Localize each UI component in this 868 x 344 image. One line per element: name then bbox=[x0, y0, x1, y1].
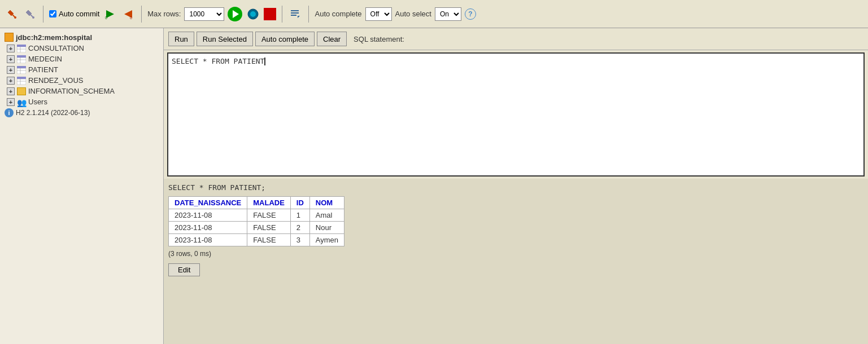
table-cell: FALSE bbox=[247, 222, 291, 234]
table-row: 2023-11-08FALSE1Amal bbox=[169, 209, 344, 222]
db-name: jdbc:h2:mem:hospital bbox=[16, 33, 92, 42]
col-header-date-naissance[interactable]: DATE_NAISSANCE bbox=[169, 197, 247, 209]
db-icon bbox=[5, 33, 14, 42]
results-area: SELECT * FROM PATIENT; DATE_NAISSANCE MA… bbox=[164, 179, 868, 344]
svg-rect-8 bbox=[291, 10, 299, 11]
table-cell: 2023-11-08 bbox=[169, 234, 247, 246]
expand-icon-info-schema[interactable]: + bbox=[7, 87, 15, 95]
svg-point-7 bbox=[250, 11, 256, 17]
sidebar-label-consultation: CONSULTATION bbox=[28, 44, 84, 52]
expand-icon-rendez-vous[interactable]: + bbox=[7, 77, 15, 85]
sep2 bbox=[141, 6, 142, 23]
autocomplete-select[interactable]: Off On bbox=[365, 7, 392, 21]
table-cell: 2023-11-08 bbox=[169, 209, 247, 222]
disconnect-icon[interactable] bbox=[23, 7, 37, 21]
expand-icon-users[interactable]: + bbox=[7, 98, 15, 106]
edit-icon[interactable] bbox=[288, 7, 303, 21]
table-cell: 3 bbox=[290, 234, 309, 246]
sidebar-version: i H2 2.1.214 (2022-06-13) bbox=[2, 107, 161, 118]
expand-icon-medecin[interactable]: + bbox=[7, 55, 15, 63]
sidebar-item-medecin[interactable]: + MEDECIN bbox=[2, 54, 161, 64]
sql-cursor bbox=[264, 58, 265, 65]
autocommit-label: Auto commit bbox=[59, 10, 99, 18]
run-button[interactable] bbox=[228, 7, 242, 21]
sidebar-db-item[interactable]: jdbc:h2:mem:hospital bbox=[2, 32, 161, 43]
table-icon-medecin bbox=[17, 55, 26, 63]
table-cell: 2023-11-08 bbox=[169, 222, 247, 234]
commit-icon[interactable]: 0 bbox=[103, 7, 117, 21]
expand-icon-patient[interactable]: + bbox=[7, 66, 15, 74]
connect-icon[interactable] bbox=[5, 7, 19, 21]
svg-marker-2 bbox=[106, 10, 114, 18]
sidebar-label-medecin: MEDECIN bbox=[28, 55, 62, 63]
right-panel: Run Run Selected Auto complete Clear SQL… bbox=[164, 28, 868, 344]
autocommit-checkbox-group: Auto commit bbox=[49, 10, 99, 18]
sql-text: SELECT * FROM PATIENT bbox=[172, 57, 264, 65]
expand-icon[interactable]: + bbox=[7, 45, 15, 52]
sql-statement-label: SQL statement: bbox=[354, 35, 404, 43]
svg-text:0: 0 bbox=[130, 16, 132, 20]
sidebar-label-information-schema: INFORMATION_SCHEMA bbox=[28, 87, 115, 95]
svg-marker-11 bbox=[298, 16, 300, 18]
sep3 bbox=[282, 6, 282, 23]
run-selected-button[interactable]: Run Selected bbox=[197, 32, 253, 46]
autocommit-checkbox[interactable] bbox=[49, 10, 56, 17]
svg-point-0 bbox=[14, 16, 16, 19]
sidebar-item-users[interactable]: + 👥 Users bbox=[2, 96, 161, 107]
svg-rect-16 bbox=[17, 45, 26, 47]
table-cell: FALSE bbox=[247, 234, 291, 246]
sql-editor[interactable]: SELECT * FROM PATIENT bbox=[167, 52, 865, 177]
svg-point-1 bbox=[32, 16, 34, 19]
stop-button[interactable] bbox=[264, 8, 276, 20]
run-sql-button[interactable]: Run bbox=[168, 32, 194, 46]
table-cell: FALSE bbox=[247, 209, 291, 222]
table-cell: Aymen bbox=[309, 234, 344, 246]
svg-rect-10 bbox=[291, 15, 296, 16]
connect-circle-icon[interactable] bbox=[246, 7, 260, 21]
autocomplete-sql-button[interactable]: Auto complete bbox=[255, 32, 315, 46]
svg-rect-21 bbox=[17, 55, 26, 58]
table-cell: Nour bbox=[309, 222, 344, 234]
autoselect-label: Auto select bbox=[395, 10, 431, 18]
rollback-icon[interactable]: 0 bbox=[121, 7, 136, 21]
results-table-header-row: DATE_NAISSANCE MALADE ID NOM bbox=[169, 197, 344, 209]
table-cell: 2 bbox=[290, 222, 309, 234]
toolbar: Auto commit 0 0 Max rows: 100 1000 10000… bbox=[0, 0, 868, 28]
version-text: H2 2.1.214 (2022-06-13) bbox=[16, 109, 90, 117]
col-header-malade[interactable]: MALADE bbox=[247, 197, 291, 209]
table-icon-patient bbox=[17, 66, 26, 74]
sidebar-label-patient: PATIENT bbox=[28, 65, 58, 74]
table-icon-rendez-vous bbox=[17, 77, 26, 85]
sql-toolbar: Run Run Selected Auto complete Clear SQL… bbox=[164, 28, 868, 50]
autoselect-select[interactable]: Off On bbox=[435, 7, 461, 21]
sidebar-item-information-schema[interactable]: + INFORMATION_SCHEMA bbox=[2, 86, 161, 96]
sidebar: jdbc:h2:mem:hospital + CONSULTATION + bbox=[0, 28, 164, 344]
results-query-text: SELECT * FROM PATIENT; bbox=[168, 183, 863, 192]
maxrows-select[interactable]: 100 1000 10000 100000 bbox=[184, 7, 224, 21]
col-header-id[interactable]: ID bbox=[290, 197, 309, 209]
sep4 bbox=[308, 6, 309, 23]
clear-sql-button[interactable]: Clear bbox=[317, 32, 347, 46]
folder-icon-info-schema bbox=[17, 87, 26, 95]
table-row: 2023-11-08FALSE2Nour bbox=[169, 222, 344, 234]
svg-text:0: 0 bbox=[105, 16, 107, 20]
svg-rect-9 bbox=[291, 12, 299, 14]
table-cell: 1 bbox=[290, 209, 309, 222]
sidebar-item-consultation[interactable]: + CONSULTATION bbox=[2, 43, 161, 54]
results-rows-info: (3 rows, 0 ms) bbox=[168, 250, 863, 258]
maxrows-label: Max rows: bbox=[147, 10, 181, 18]
help-icon[interactable]: ? bbox=[465, 8, 476, 20]
autocomplete-label: Auto complete bbox=[315, 10, 361, 18]
col-header-nom[interactable]: NOM bbox=[309, 197, 344, 209]
table-cell: Amal bbox=[309, 209, 344, 222]
results-table: DATE_NAISSANCE MALADE ID NOM 2023-11-08F… bbox=[168, 196, 344, 246]
table-icon-consultation bbox=[17, 45, 26, 52]
sidebar-item-patient[interactable]: + PATIENT bbox=[2, 64, 161, 75]
sidebar-label-users: Users bbox=[28, 98, 47, 106]
edit-results-button[interactable]: Edit bbox=[168, 263, 200, 276]
users-icon: 👥 bbox=[17, 98, 26, 106]
sep1 bbox=[43, 6, 43, 23]
sidebar-item-rendez-vous[interactable]: + RENDEZ_VOUS bbox=[2, 75, 161, 86]
sql-editor-content: SELECT * FROM PATIENT bbox=[172, 57, 860, 65]
info-icon: i bbox=[5, 108, 14, 117]
